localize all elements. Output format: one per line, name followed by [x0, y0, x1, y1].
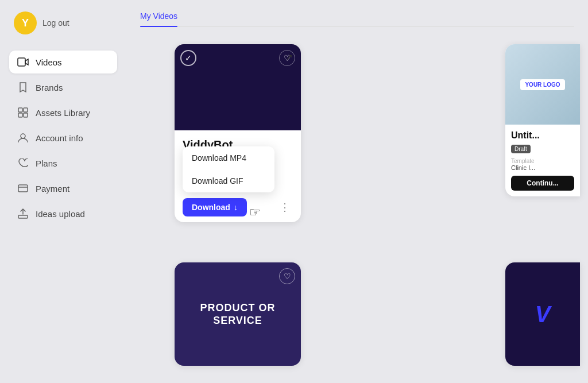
sidebar-item-brands-label: Brands	[36, 83, 63, 92]
download-label: Download	[192, 203, 230, 212]
upload-icon	[17, 208, 29, 219]
sidebar-item-assets-library-label: Assets Library	[36, 108, 90, 118]
card-product-service: ♡ PRODUCT OR SERVICE	[175, 262, 301, 366]
download-button[interactable]: Download ↓	[183, 198, 247, 216]
svg-rect-6	[18, 185, 28, 192]
sidebar-item-videos[interactable]: Videos	[9, 51, 117, 73]
main-content: My Videos ✓ ♡ ViddyBot Created: 8 minute…	[126, 0, 588, 383]
sidebar-item-brands[interactable]: Brands	[9, 76, 117, 99]
card-viddybot: ✓ ♡ ViddyBot Created: 8 minutes ago Reci…	[175, 44, 301, 222]
card-bottom-right: V	[505, 262, 580, 366]
sidebar-item-plans-label: Plans	[36, 158, 57, 168]
logo-badge: YOUR LOGO	[520, 79, 564, 90]
sidebar-item-account-info-label: Account info	[36, 133, 83, 143]
svg-point-5	[21, 134, 25, 138]
sidebar-item-payment[interactable]: Payment	[9, 177, 117, 200]
sidebar-item-videos-label: Videos	[36, 57, 62, 67]
sidebar-item-assets-library[interactable]: Assets Library	[9, 101, 117, 124]
grid-icon	[17, 107, 29, 118]
sidebar-item-ideas-upload[interactable]: Ideas upload	[9, 202, 117, 225]
svg-rect-0	[18, 58, 25, 66]
sidebar-header: Y Log out	[9, 11, 117, 34]
bottom-card-heart-icon[interactable]: ♡	[279, 268, 295, 284]
card-bottom-thumbnail: ♡ PRODUCT OR SERVICE	[175, 262, 301, 366]
dropdown-item-mp4[interactable]: Download MP4	[183, 146, 274, 169]
sidebar-item-ideas-upload-label: Ideas upload	[36, 209, 85, 219]
download-arrow-icon: ↓	[234, 203, 238, 212]
sidebar-item-plans[interactable]: Plans	[9, 152, 117, 175]
external-link-icon[interactable]: ↗	[286, 52, 293, 61]
card-check-icon[interactable]: ✓	[180, 50, 196, 66]
tag-icon	[17, 82, 29, 93]
cards-area: ✓ ♡ ViddyBot Created: 8 minutes ago Reci…	[140, 38, 574, 383]
tab-bar: My Videos	[140, 11, 574, 27]
sidebar: Y Log out Videos Brands	[0, 0, 126, 383]
svg-rect-3	[18, 113, 22, 117]
svg-rect-4	[24, 113, 28, 117]
card-right-thumbnail: YOUR LOGO	[505, 44, 580, 125]
card-right-body: Untit... Draft Template Clinic I... Cont…	[505, 125, 580, 196]
template-name: Clinic I...	[511, 164, 574, 171]
sidebar-item-account-info[interactable]: Account info	[9, 126, 117, 149]
video-icon	[17, 56, 29, 68]
heart-icon	[17, 157, 29, 169]
card-bottom-text-line2: SERVICE	[213, 315, 262, 327]
svg-rect-1	[18, 108, 22, 112]
svg-rect-8	[18, 215, 28, 218]
tab-my-videos[interactable]: My Videos	[140, 11, 177, 26]
avatar: Y	[14, 11, 37, 34]
bottom-right-logo: V	[535, 301, 551, 327]
template-label: Template	[511, 158, 574, 164]
user-icon	[17, 132, 29, 144]
logout-button[interactable]: Log out	[42, 18, 69, 28]
more-options-button[interactable]: ⋮	[277, 199, 293, 215]
sidebar-item-payment-label: Payment	[36, 184, 69, 194]
card-untitled: YOUR LOGO Untit... Draft Template Clinic…	[505, 44, 580, 196]
dropdown-item-gif[interactable]: Download GIF	[183, 169, 274, 192]
card-footer: Download ↓ ⋮	[175, 192, 301, 222]
card-thumbnail: ✓ ♡	[175, 44, 301, 130]
card-icon	[17, 183, 29, 194]
card-bottom-text-line1: PRODUCT OR	[200, 301, 276, 315]
continue-button[interactable]: Continu...	[511, 176, 574, 191]
download-dropdown: Download MP4 Download GIF	[183, 146, 274, 192]
draft-badge: Draft	[511, 145, 531, 153]
card-right-title: Untit...	[511, 130, 574, 141]
svg-rect-2	[24, 108, 28, 112]
